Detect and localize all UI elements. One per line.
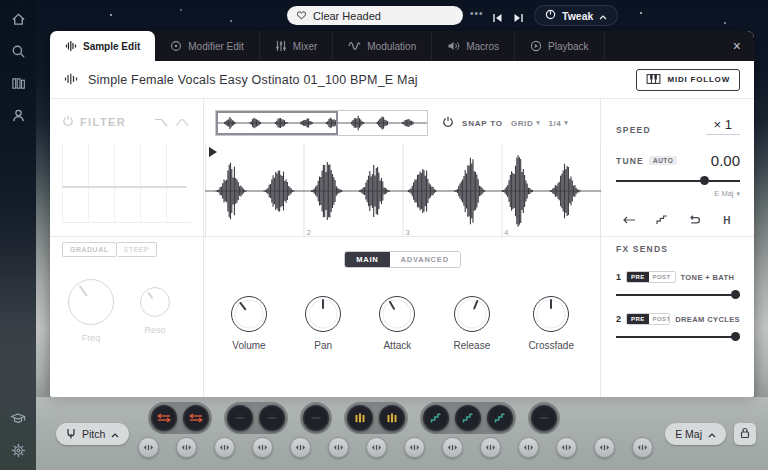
pitch-button[interactable]: Pitch: [56, 423, 129, 445]
pad-bars[interactable]: [379, 405, 405, 431]
modifier-knob[interactable]: [328, 437, 349, 458]
modifier-knob[interactable]: [252, 437, 273, 458]
key-selector[interactable]: E Maj ▾: [616, 189, 740, 198]
filter-section: FILTER GRADUAL STEEP: [50, 99, 204, 397]
filter-power-icon[interactable]: [62, 113, 74, 131]
lock-button[interactable]: [734, 423, 756, 445]
modifier-knob[interactable]: [214, 437, 235, 458]
chevron-down-icon: ▾: [536, 119, 540, 127]
tab-sample-edit[interactable]: Sample Edit: [50, 31, 155, 61]
release-knob[interactable]: [454, 296, 490, 332]
send-2-level-slider[interactable]: [616, 336, 740, 338]
modifier-knob[interactable]: [404, 437, 425, 458]
modifier-knob[interactable]: [632, 437, 653, 458]
tab-modulation[interactable]: Modulation: [333, 31, 432, 61]
reso-knob[interactable]: [140, 287, 170, 317]
close-icon[interactable]: ×: [720, 38, 754, 54]
modifier-knob[interactable]: [594, 437, 615, 458]
tab-mixer[interactable]: Mixer: [260, 31, 333, 61]
pad-bars[interactable]: [347, 405, 373, 431]
bottom-controls-strip: Pitch E Maj: [36, 397, 768, 470]
pad-off[interactable]: [531, 405, 557, 431]
pad-reverse-arrows[interactable]: [183, 405, 209, 431]
stutter-icon[interactable]: [654, 213, 670, 227]
modifier-pad-row: [148, 402, 560, 434]
send-1-handle[interactable]: [731, 290, 740, 299]
heart-icon: [296, 10, 307, 22]
midi-follow-label: MIDI FOLLOW: [667, 75, 730, 84]
sample-knob-row: VolumePanAttackReleaseCrossfade: [205, 296, 600, 351]
preset-pill[interactable]: Clear Headed: [287, 6, 463, 25]
loop-icon[interactable]: [686, 213, 702, 227]
grid-dropdown[interactable]: GRID ▾: [511, 119, 541, 128]
gradual-button[interactable]: GRADUAL: [62, 242, 117, 257]
pan-knob[interactable]: [305, 296, 341, 332]
tab-playback[interactable]: Playback: [515, 31, 605, 61]
modifier-knob[interactable]: [138, 437, 159, 458]
filter-curve-display[interactable]: [62, 143, 191, 223]
modifier-knob[interactable]: [556, 437, 577, 458]
lowpass-curve-icon[interactable]: [154, 113, 170, 131]
modifier-knob[interactable]: [442, 437, 463, 458]
waveform-overview[interactable]: [215, 110, 428, 136]
modifier-knob[interactable]: [518, 437, 539, 458]
tune-slider-handle[interactable]: [700, 176, 709, 185]
next-preset-button[interactable]: [513, 9, 524, 27]
send-2-handle[interactable]: [731, 332, 740, 341]
crossfade-knob[interactable]: [533, 296, 569, 332]
pad-group-off: [528, 402, 560, 434]
waveform-display[interactable]: 234: [205, 144, 600, 238]
modifier-knob[interactable]: [480, 437, 501, 458]
home-icon[interactable]: [10, 11, 26, 27]
library-icon[interactable]: [10, 75, 26, 91]
pad-reverse-arrows[interactable]: [151, 405, 177, 431]
advanced-tab[interactable]: ADVANCED: [390, 252, 460, 267]
bell-curve-icon[interactable]: [175, 113, 191, 131]
topbar: Clear Headed ••• Tweak: [0, 0, 768, 30]
send-1-level-slider[interactable]: [616, 294, 740, 296]
zoom-region-box[interactable]: [216, 111, 338, 135]
learn-icon[interactable]: [10, 410, 26, 426]
hold-icon[interactable]: H: [719, 213, 735, 227]
send-name: TONE + BATH: [681, 273, 735, 282]
settings-icon[interactable]: [10, 442, 26, 458]
speed-value[interactable]: × 1: [706, 117, 740, 135]
modifier-knob[interactable]: [366, 437, 387, 458]
pad-off[interactable]: [227, 405, 253, 431]
send-number: 1: [616, 272, 621, 282]
modifier-knob[interactable]: [176, 437, 197, 458]
volume-knob[interactable]: [231, 296, 267, 332]
modifier-knob[interactable]: [290, 437, 311, 458]
reverse-icon[interactable]: [621, 213, 637, 227]
tune-slider[interactable]: [616, 180, 740, 182]
send-1-prepost-toggle[interactable]: PRE POST: [626, 271, 675, 283]
tune-auto-badge[interactable]: AUTO: [649, 156, 677, 165]
freq-knob[interactable]: [68, 279, 114, 325]
tune-label: TUNE: [616, 156, 644, 166]
tab-macros[interactable]: Macros: [432, 31, 515, 61]
division-dropdown[interactable]: 1/4 ▾: [548, 119, 568, 128]
send-2-prepost-toggle[interactable]: PRE POST: [626, 313, 670, 325]
pad-off[interactable]: [259, 405, 285, 431]
snap-power-icon[interactable]: [442, 114, 454, 132]
key-button[interactable]: E Maj: [665, 423, 726, 445]
midi-follow-button[interactable]: MIDI FOLLOW: [636, 69, 740, 91]
pad-arp[interactable]: [423, 405, 449, 431]
pad-off[interactable]: [303, 405, 329, 431]
tweak-button[interactable]: Tweak: [534, 5, 618, 26]
search-icon[interactable]: [10, 43, 26, 59]
previous-preset-button[interactable]: [492, 9, 503, 27]
pad-arp[interactable]: [487, 405, 513, 431]
pad-arp[interactable]: [455, 405, 481, 431]
filter-response-line: [62, 186, 187, 188]
sidebar: [0, 0, 36, 470]
main-tab[interactable]: MAIN: [345, 252, 389, 267]
tab-modifier-edit[interactable]: Modifier Edit: [155, 31, 260, 61]
attack-knob[interactable]: [379, 296, 415, 332]
playhead-icon[interactable]: [209, 147, 217, 157]
preset-name: Clear Headed: [313, 10, 381, 22]
steep-button[interactable]: STEEP: [117, 242, 157, 257]
more-options-button[interactable]: •••: [470, 8, 484, 19]
piano-icon: [646, 74, 661, 86]
profile-icon[interactable]: [10, 107, 26, 123]
